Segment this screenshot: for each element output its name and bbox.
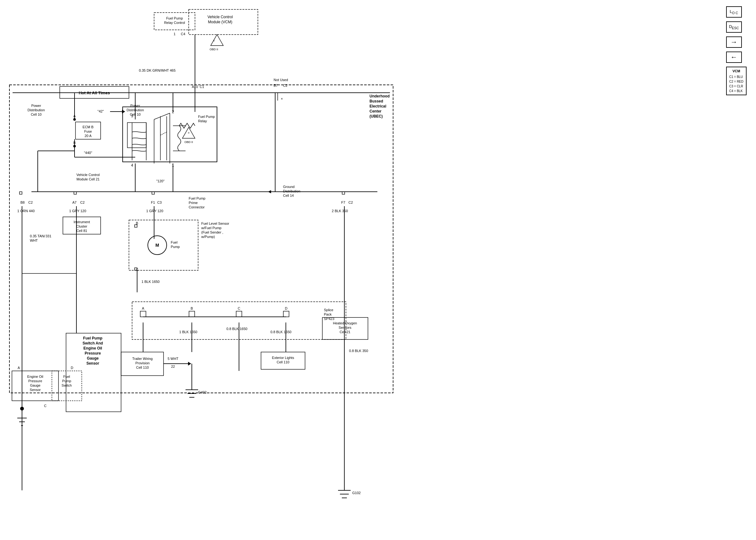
wire-08blk350-label: 0.8 BLK 350: [349, 349, 368, 353]
svg-rect-39: [189, 311, 195, 317]
conn-440: "440": [84, 151, 92, 155]
fp-sw-label2: Pump: [62, 379, 72, 383]
obdii-text1: OBD II: [210, 48, 218, 51]
a10-label: A10: [192, 85, 198, 89]
fuelrelay-ctrl-label: Fuel Pump: [166, 16, 183, 20]
power-dist-left1: Power: [31, 104, 41, 107]
wire-08blk1650-c1: 0.8 BLK 1650: [227, 327, 247, 331]
power-dist-left2: Distribution: [27, 108, 45, 112]
g102-label: G102: [352, 491, 361, 495]
fuelp-prime-label2: Prime: [189, 201, 198, 204]
vcm-label2: Module (VCM): [208, 20, 232, 24]
svg-rect-24: [74, 192, 76, 194]
ground-dist-label2: Distribution: [283, 189, 300, 193]
exterior-lights-label1: Exterior Lights: [272, 356, 294, 359]
fp-sw-label1: Fuel: [63, 375, 70, 378]
arrow-left-box: ←: [726, 52, 742, 63]
obdii-relay: II: [188, 131, 189, 134]
ubec-label1: Underhood: [370, 94, 389, 98]
vcm-c1: C1 = BLU: [729, 74, 743, 79]
c1-label: C1: [200, 85, 204, 89]
svg-marker-22: [268, 190, 271, 193]
node-1c4: 1: [174, 32, 176, 36]
c2-top-label: C2: [283, 83, 287, 87]
fp-sw-label3: Switch: [62, 383, 72, 387]
b7-label: B7: [274, 83, 278, 87]
vcm-c2: C2 = RED: [729, 79, 743, 84]
motor-m-label: M: [155, 243, 159, 248]
vcm-cell21-label2: Module Cell 21: [76, 177, 99, 181]
eoil-press-label1: Engine Oil: [27, 375, 43, 378]
svg-rect-0: [9, 85, 393, 393]
fuelp-prime-label3: Connector: [189, 205, 205, 209]
c2-f7-label: C2: [349, 201, 353, 204]
vcm-legend-title: VCM: [729, 68, 743, 74]
svg-rect-41: [283, 311, 289, 317]
splice-a-label: A: [142, 307, 144, 310]
f1-label: F1: [151, 201, 155, 204]
svg-rect-38: [140, 311, 146, 317]
svg-rect-25: [152, 192, 154, 194]
trailer-wiring-label1: Trailer Wiring: [132, 357, 153, 360]
heated-o2-label3: Cell 21: [340, 330, 350, 334]
relay-term3: 3: [131, 114, 133, 118]
wiring-diagram: Hot At All Times Vehicle Control Module …: [0, 0, 756, 540]
eoil-press-label2: Pressure: [28, 379, 42, 383]
vcm-legend-box: VCM C1 = BLU C2 = RED C3 = CLR C4 = BLK: [726, 67, 747, 95]
vcm-c4: C4 = BLK: [729, 89, 743, 93]
instr-cluster-label3: Cell 81: [76, 229, 87, 233]
arrow-right-icon: →: [730, 38, 737, 46]
b8-label: B8: [20, 201, 25, 204]
eoil-press-label4: Sensor: [30, 388, 41, 392]
fuel-relay-label1: Fuel Pump: [198, 115, 215, 118]
a7-label: A7: [72, 201, 76, 204]
wire-ornb8: 1 ORN 440: [17, 209, 35, 213]
ecm-fuse-label3: 20 A: [84, 134, 92, 138]
eoil-press-label3: Gauge: [30, 383, 40, 387]
ubec-label5: (UBEC): [370, 114, 383, 118]
conn-d-sensor: D: [71, 366, 73, 370]
power-dist-left3: Cell 10: [31, 112, 42, 116]
splice-pack-label1: Splice: [324, 308, 333, 312]
not-used-label: Not Used: [274, 78, 288, 82]
splice-b-label: B: [191, 307, 193, 310]
c2-a7-label: C2: [80, 201, 84, 204]
f7-label: F7: [341, 201, 345, 204]
svg-marker-49: [188, 362, 191, 365]
vcm-label: Vehicle Control: [208, 15, 233, 19]
c3-label: C3: [157, 201, 162, 204]
ubec-label3: Electrical: [370, 104, 386, 108]
exterior-lights-label2: Cell 110: [277, 360, 289, 364]
splice-d-label: D: [285, 307, 287, 310]
svg-marker-4: [211, 35, 223, 46]
trailer-wiring-label3: Cell 110: [136, 365, 149, 369]
c2-b8-label: C2: [28, 201, 33, 204]
relay-term4: 4: [131, 163, 133, 168]
wire-08blk1650-d: 0.8 BLK 1650: [270, 330, 291, 334]
wire-1blk1650-b: 1 BLK 1650: [179, 330, 198, 334]
conn-a-sensor: A: [18, 366, 20, 370]
arrow-left-icon: ←: [730, 53, 737, 61]
heated-o2-label2: Sensors: [339, 326, 352, 330]
ecm-fuse-label1: ECM B: [83, 125, 94, 129]
fuel-level-sensor-label4: w/Pump): [201, 235, 215, 238]
fuelp-prime-label1: Fuel Pump: [189, 197, 205, 200]
svg-rect-40: [236, 311, 242, 317]
ubec-label2: Bussed: [370, 99, 383, 103]
fpsw-label6: Sensor: [86, 361, 99, 365]
ground-dist-label3: Cell 14: [283, 194, 294, 198]
svg-rect-26: [342, 192, 345, 194]
svg-rect-13: [127, 123, 146, 148]
conn-42: "42": [97, 109, 104, 113]
fuel-level-sensor-label3: (Fuel Sender ,: [201, 230, 223, 234]
desc-legend-box: DESC: [726, 21, 742, 33]
svg-rect-34: [135, 225, 137, 227]
fuel-pump-label1: Fuel: [171, 240, 177, 244]
fuel-relay-label2: Relay: [198, 119, 207, 123]
wire-1blk1650-label: 1 BLK 1650: [141, 280, 160, 284]
wire-5wht-label: 5 WHT: [168, 357, 179, 360]
obdii-relay-text: OBD II: [184, 141, 193, 144]
instr-cluster-label2: Cluster: [76, 224, 87, 228]
wire-tanwht-label2: WHT: [30, 238, 38, 242]
splice-pack-label2: Pack: [324, 313, 332, 316]
